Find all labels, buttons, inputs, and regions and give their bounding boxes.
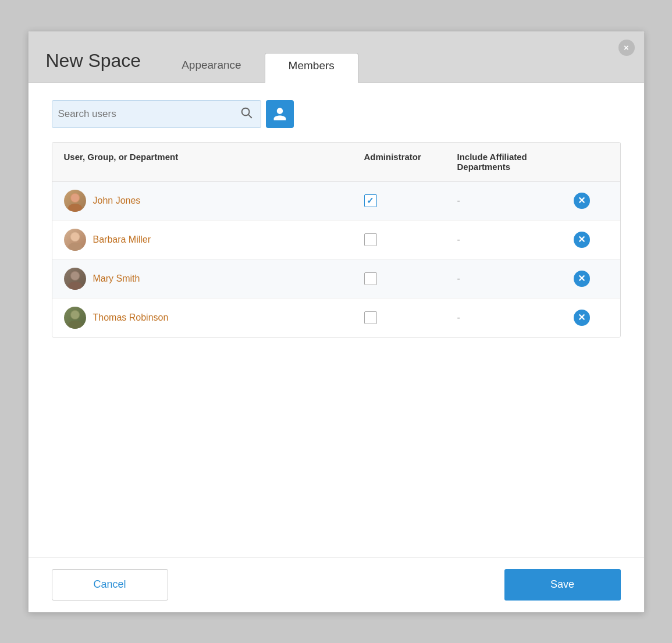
remove-cell-john: ✕ [574,193,609,209]
avatar-mary [64,268,86,290]
user-cell-mary: Mary Smith [64,268,364,290]
remove-button-thomas[interactable]: ✕ [574,310,590,326]
checkmark-john: ✓ [367,196,374,206]
tab-members[interactable]: Members [265,53,358,83]
add-user-button[interactable] [266,100,294,128]
user-cell-thomas: Thomas Robinson [64,307,364,329]
members-table: User, Group, or Department Administrator… [52,142,621,338]
affiliated-thomas: - [457,312,574,323]
affiliated-john: - [457,196,574,206]
col-user-header: User, Group, or Department [64,152,364,172]
svg-point-9 [68,282,82,290]
svg-line-1 [248,115,251,118]
remove-cell-thomas: ✕ [574,310,609,326]
affiliated-barbara: - [457,235,574,245]
table-row: Thomas Robinson - ✕ [52,299,620,337]
user-cell-john: John Jones [64,190,364,212]
svg-point-6 [68,243,82,251]
user-name-barbara: Barbara Miller [93,235,151,245]
svg-point-3 [68,204,82,212]
col-admin-header: Administrator [364,152,457,172]
user-name-thomas: Thomas Robinson [93,312,169,323]
user-name-john: John Jones [93,196,141,206]
table-row: Mary Smith - ✕ [52,260,620,299]
dialog-body: User, Group, or Department Administrator… [29,83,644,557]
avatar-barbara [64,229,86,251]
avatar-image-john [64,190,86,212]
svg-point-4 [71,194,79,202]
search-input-wrap [52,100,261,128]
svg-point-13 [71,311,79,319]
person-icon [272,106,287,122]
checkbox-cell-john: ✓ [364,194,457,207]
remove-cell-barbara: ✕ [574,232,609,248]
col-affiliated-header: Include Affiliated Departments [457,152,574,172]
dialog-title: New Space [46,50,141,82]
search-input[interactable] [58,108,237,120]
checkbox-cell-mary [364,272,457,285]
remove-button-mary[interactable]: ✕ [574,271,590,287]
user-name-mary: Mary Smith [93,273,140,284]
search-button[interactable] [237,106,255,122]
checkbox-thomas[interactable] [364,311,377,324]
avatar-john [64,190,86,212]
checkbox-barbara[interactable] [364,233,377,246]
checkbox-cell-thomas [364,311,457,324]
search-bar [52,100,621,128]
table-row: John Jones ✓ - ✕ [52,182,620,221]
search-icon [240,106,253,119]
table-header: User, Group, or Department Administrator… [52,143,620,182]
checkbox-cell-barbara [364,233,457,246]
remove-button-barbara[interactable]: ✕ [574,232,590,248]
dialog-footer: Cancel Save [29,557,644,612]
checkbox-mary[interactable] [364,272,377,285]
tab-bar: Appearance Members [158,31,358,82]
close-button[interactable]: × [618,40,635,56]
user-cell-barbara: Barbara Miller [64,229,364,251]
save-button[interactable]: Save [504,569,621,601]
affiliated-mary: - [457,273,574,284]
avatar-thomas [64,307,86,329]
svg-point-10 [71,272,79,280]
svg-point-12 [68,321,82,329]
avatar-image-thomas [64,307,86,329]
remove-button-john[interactable]: ✕ [574,193,590,209]
col-remove-header [574,152,609,172]
tab-appearance[interactable]: Appearance [158,53,264,82]
dialog: New Space Appearance Members × [28,31,645,613]
svg-point-7 [71,233,79,241]
checkbox-john[interactable]: ✓ [364,194,377,207]
avatar-image-mary [64,268,86,290]
cancel-button[interactable]: Cancel [52,569,168,601]
table-row: Barbara Miller - ✕ [52,221,620,260]
avatar-image-barbara [64,229,86,251]
dialog-header: New Space Appearance Members × [29,31,644,83]
remove-cell-mary: ✕ [574,271,609,287]
